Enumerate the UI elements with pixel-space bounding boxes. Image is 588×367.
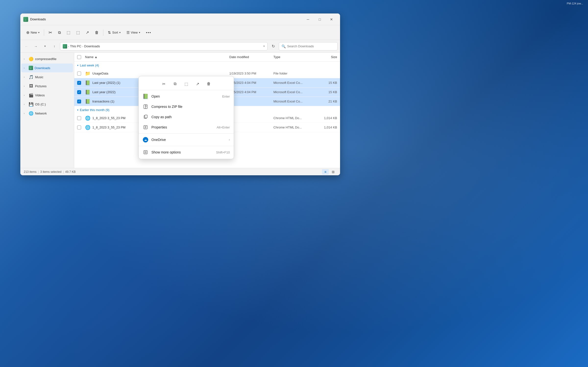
view-toggles: ≡ ⊞ bbox=[322, 169, 337, 175]
ctx-share-button[interactable]: ↗ bbox=[193, 80, 202, 88]
rename-icon: ⬚ bbox=[76, 30, 80, 35]
sidebar-label-osc: OS (C:) bbox=[35, 102, 71, 106]
sidebar-item-network[interactable]: › 🌐 Network bbox=[21, 109, 73, 118]
minimize-button[interactable]: ─ bbox=[302, 15, 314, 23]
file-check-transactions[interactable]: ✓ bbox=[77, 100, 83, 103]
share-icon: ↗ bbox=[86, 30, 89, 35]
ctx-item-copy-path[interactable]: Copy as path bbox=[139, 112, 234, 122]
close-button[interactable]: ✕ bbox=[326, 15, 337, 23]
title-bar: ↓ Downloads ─ □ ✕ bbox=[20, 13, 340, 25]
sidebar-label-music: Music bbox=[35, 75, 71, 79]
select-all-checkbox[interactable] bbox=[77, 55, 81, 59]
checkbox-chrome1[interactable] bbox=[77, 116, 81, 120]
share-button[interactable]: ↗ bbox=[83, 28, 91, 37]
ctx-item-onedrive[interactable]: ☁ OneDrive › bbox=[139, 135, 234, 145]
sort-arrow: ▲ bbox=[94, 55, 98, 59]
sidebar-label-network: Network bbox=[35, 112, 71, 115]
new-label: New bbox=[31, 31, 37, 34]
file-type-lastyear1: Microsoft Excel Co... bbox=[273, 81, 313, 85]
cut-button[interactable]: ✂ bbox=[46, 28, 55, 37]
context-menu-toolbar: ✂ ⧉ ⬚ ↗ 🗑 bbox=[139, 78, 234, 90]
col-name-header[interactable]: Name ▲ bbox=[85, 55, 229, 59]
chrome-icon-1: 🌐 bbox=[85, 115, 90, 121]
ctx-copy-path-icon bbox=[143, 114, 148, 120]
status-sep-2: | bbox=[63, 170, 64, 174]
back-button[interactable]: ← bbox=[23, 43, 30, 50]
group-header-last-week[interactable]: ▾ Last week (4) bbox=[74, 62, 340, 69]
file-check-lastyear1[interactable]: ✓ bbox=[77, 81, 83, 85]
ctx-separator-2 bbox=[139, 146, 234, 146]
file-date-usagedata: 1/19/2023 3:50 PM bbox=[229, 72, 273, 75]
ctx-separator-1 bbox=[139, 133, 234, 134]
maximize-button[interactable]: □ bbox=[314, 15, 325, 23]
ctx-properties-icon bbox=[143, 124, 148, 130]
ctx-item-compress[interactable]: Compress to ZIP file bbox=[139, 101, 234, 112]
file-check-usagedata[interactable] bbox=[77, 72, 83, 76]
up-button[interactable]: ↑ bbox=[51, 43, 58, 50]
sidebar-item-pictures[interactable]: › 🖼 Pictures bbox=[21, 82, 73, 90]
address-path[interactable]: ↓ › This PC › Downloads ▾ bbox=[60, 42, 268, 51]
forward-button[interactable]: → bbox=[32, 43, 39, 50]
sidebar-item-osc[interactable]: › 💾 OS (C:) bbox=[21, 100, 73, 109]
osc-icon: 💾 bbox=[29, 102, 34, 107]
col-type-header[interactable]: Type bbox=[273, 55, 313, 59]
toolbar: ⊕ New ▾ ✂ ⧉ ⬚ ⬚ ↗ 🗑 ⇅ Sort ▾ ☰ bbox=[20, 25, 340, 40]
rename-button[interactable]: ⬚ bbox=[74, 28, 82, 37]
refresh-button[interactable]: ↻ bbox=[270, 43, 277, 50]
paste-button[interactable]: ⬚ bbox=[64, 28, 73, 37]
copy-button[interactable]: ⧉ bbox=[56, 28, 63, 37]
view-button[interactable]: ☰ View ▾ bbox=[124, 28, 143, 37]
file-type-transactions: Microsoft Excel Co... bbox=[273, 100, 313, 103]
sidebar-item-downloads[interactable]: › ↓ Downloads bbox=[21, 63, 73, 72]
ctx-show-more-shortcut: Shift+F10 bbox=[216, 151, 230, 154]
ctx-item-show-more[interactable]: Show more options Shift+F10 bbox=[139, 147, 234, 157]
checkbox-usagedata[interactable] bbox=[77, 72, 81, 76]
file-check-lastyear2[interactable]: ✓ bbox=[77, 90, 83, 94]
sidebar-item-compressedfile[interactable]: › 🟡 compressedfile bbox=[21, 54, 73, 63]
title-bar-controls: ─ □ ✕ bbox=[302, 15, 337, 23]
sidebar-item-videos[interactable]: › 🎬 Videos bbox=[21, 91, 73, 100]
sidebar-label-downloads: Downloads bbox=[35, 66, 71, 70]
header-checkbox[interactable] bbox=[77, 55, 83, 59]
search-input[interactable] bbox=[287, 44, 335, 48]
path-downloads: Downloads bbox=[84, 44, 100, 48]
status-count: 213 items bbox=[24, 170, 37, 174]
path-dropdown-btn[interactable]: ▾ bbox=[263, 45, 265, 48]
ctx-item-properties[interactable]: Properties Alt+Enter bbox=[139, 122, 234, 132]
ctx-open-icon: 📗 bbox=[143, 93, 148, 99]
ctx-delete-button[interactable]: 🗑 bbox=[204, 80, 213, 88]
more-button[interactable]: ••• bbox=[144, 28, 154, 37]
search-box[interactable]: 🔍 bbox=[279, 42, 338, 51]
properties-icon bbox=[143, 125, 148, 130]
dropdown-button[interactable]: ▾ bbox=[41, 43, 49, 50]
list-view-button[interactable]: ≡ bbox=[322, 169, 329, 175]
more-icon: ••• bbox=[146, 30, 151, 35]
ctx-properties-shortcut: Alt+Enter bbox=[217, 126, 230, 129]
checkbox-lastyear2[interactable]: ✓ bbox=[77, 90, 81, 94]
file-check-chrome1[interactable] bbox=[77, 116, 83, 120]
col-size-header[interactable]: Size bbox=[313, 55, 337, 59]
toolbar-divider-1 bbox=[44, 29, 44, 36]
sort-button[interactable]: ⇅ Sort ▾ bbox=[105, 28, 123, 37]
path-this-pc: This PC bbox=[70, 44, 81, 48]
delete-button[interactable]: 🗑 bbox=[92, 28, 101, 37]
col-date-header[interactable]: Date modified bbox=[229, 55, 273, 59]
ctx-paste-button[interactable]: ⬚ bbox=[182, 80, 191, 88]
ctx-show-more-label: Show more options bbox=[151, 150, 213, 154]
checkbox-lastyear1[interactable]: ✓ bbox=[77, 81, 81, 85]
onedrive-cloud-icon: ☁ bbox=[143, 137, 148, 142]
ctx-copy-button[interactable]: ⧉ bbox=[170, 80, 180, 88]
title-bar-title: Downloads bbox=[30, 17, 302, 21]
sidebar-item-music[interactable]: › 🎵 Music bbox=[21, 73, 73, 81]
grid-view-button[interactable]: ⊞ bbox=[330, 169, 337, 175]
new-button[interactable]: ⊕ New ▾ bbox=[24, 28, 42, 37]
ctx-item-open[interactable]: 📗 Open Enter bbox=[139, 91, 234, 101]
file-check-chrome2[interactable] bbox=[77, 126, 83, 129]
music-icon: 🎵 bbox=[29, 75, 34, 79]
ctx-cut-button[interactable]: ✂ bbox=[159, 80, 168, 88]
ctx-onedrive-icon: ☁ bbox=[143, 137, 148, 143]
ctx-show-more-icon bbox=[143, 149, 148, 155]
sidebar-chevron-music: › bbox=[24, 76, 27, 78]
checkbox-transactions[interactable]: ✓ bbox=[77, 100, 81, 103]
checkbox-chrome2[interactable] bbox=[77, 126, 81, 129]
